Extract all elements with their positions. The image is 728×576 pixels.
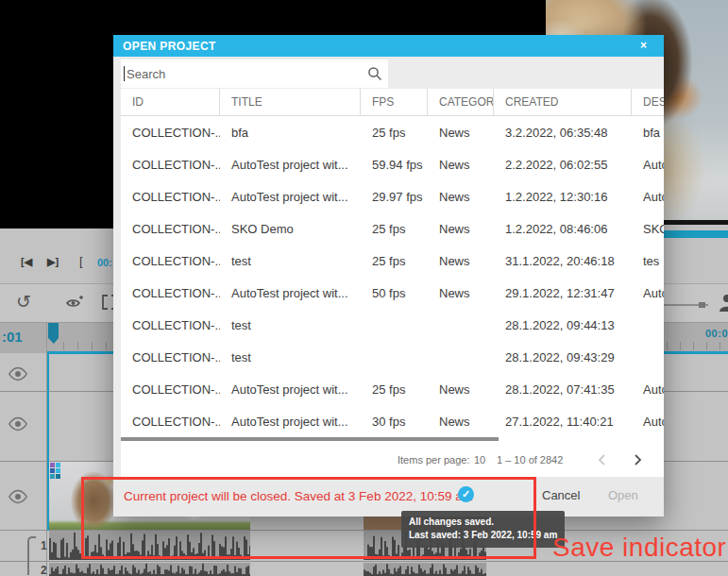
clip-marker (56, 468, 60, 473)
previous-page-chevron-icon[interactable] (596, 453, 609, 466)
ruler-tick (106, 342, 107, 350)
ruler-tick (667, 342, 668, 350)
audio2-waveform-clip[interactable] (49, 563, 250, 576)
cell-description: SKO (632, 212, 664, 245)
table-row[interactable]: COLLECTION-...AutoTest project wit...29.… (121, 180, 664, 212)
zoom-slider-handle[interactable] (699, 302, 705, 308)
table-body: COLLECTION-...bfa25 fpsNews3.2.2022, 06:… (121, 116, 664, 437)
cell-created: 31.1.2022, 20:46:18 (494, 245, 632, 277)
prev-frame-button[interactable]: [◀ (21, 256, 32, 268)
cell-category: News (428, 212, 494, 245)
cell-created: 27.1.2022, 11:40:21 (494, 405, 632, 437)
cell-id: COLLECTION-... (121, 148, 220, 180)
cell-description: AutoTest (632, 180, 664, 212)
tooltip-line2: Last saved: 3 Feb 2022, 10:59 am (409, 529, 557, 542)
cell-fps: 59.94 fps (361, 148, 428, 180)
cell-id: COLLECTION-... (121, 277, 220, 309)
table-row[interactable]: COLLECTION-...AutoTest project wit...30 … (121, 405, 664, 437)
saved-check-icon[interactable]: ✓ (458, 486, 474, 502)
ruler-time-label-left: :01 (2, 329, 23, 345)
cell-title: AutoTest project wit... (220, 405, 361, 437)
annotation-label: Save indicator (552, 533, 726, 563)
cell-description (632, 341, 664, 373)
cell-created: 2.2.2022, 06:02:55 (494, 148, 632, 180)
cell-title: test (220, 309, 361, 341)
cell-title: bfa (220, 116, 361, 148)
cell-id: COLLECTION-... (121, 405, 220, 437)
cell-created: 29.1.2022, 12:31:47 (494, 277, 632, 309)
column-header-title: TITLE (220, 89, 361, 115)
ruler-time-label-right: 00:0 (705, 328, 728, 339)
close-warning-text: Current project will be closed. Saved at… (124, 489, 473, 503)
cell-title: test (220, 245, 361, 277)
clip-marker (50, 474, 55, 479)
next-page-chevron-icon[interactable] (631, 453, 644, 466)
search-placeholder: Search (127, 67, 165, 81)
ruler-tick (92, 342, 93, 350)
app-window: [◀ ▶] [ 00: ↺ :01 00:0 1 2 (0, 0, 728, 576)
table-row[interactable]: COLLECTION-...AutoTest project wit...59.… (121, 148, 664, 180)
audio-track1-label: 1 (41, 539, 47, 552)
table-row[interactable]: COLLECTION-...AutoTest project wit...25 … (121, 373, 664, 405)
cell-title: SKO Demo (220, 212, 361, 245)
open-button[interactable]: Open (608, 488, 638, 502)
search-icon[interactable] (367, 66, 382, 81)
cell-id: COLLECTION-... (121, 309, 220, 341)
text-caret (124, 66, 125, 81)
cell-created: 3.2.2022, 06:35:48 (494, 116, 632, 148)
column-header-fps: FPS (361, 89, 428, 115)
cell-created: 1.2.2022, 08:46:06 (494, 212, 632, 245)
cell-category: News (428, 116, 494, 148)
pagination-bar: Items per page: 10 1 – 10 of 2842 (121, 443, 664, 477)
cell-category: News (428, 373, 494, 405)
cancel-button[interactable]: Cancel (542, 488, 580, 502)
table-row[interactable]: COLLECTION-...test28.1.2022, 09:43:29 (121, 341, 664, 373)
cell-description: AutoTest (632, 405, 664, 437)
timecode-label: 00: (97, 257, 112, 268)
next-frame-button[interactable]: ▶] (47, 256, 59, 268)
items-per-page-select[interactable]: 10 (474, 454, 485, 466)
cell-fps (361, 341, 428, 373)
cell-id: COLLECTION-... (121, 116, 220, 148)
cell-title: test (220, 341, 361, 373)
table-row[interactable]: COLLECTION-...AutoTest project wit...50 … (121, 277, 664, 309)
table-row[interactable]: COLLECTION-...test28.1.2022, 09:44:13 (121, 309, 664, 341)
search-input[interactable]: Search (121, 59, 388, 88)
horizontal-scrollbar[interactable] (121, 437, 499, 441)
cell-description: AutoTest (632, 277, 664, 309)
cell-category: News (428, 277, 494, 309)
ruler-tick (693, 342, 694, 350)
preview-add-icon[interactable] (65, 295, 84, 310)
cell-category (428, 309, 494, 341)
cell-created: 28.1.2022, 09:43:29 (494, 341, 632, 373)
table-row[interactable]: COLLECTION-...test25 fpsNews31.1.2022, 2… (121, 245, 664, 277)
track3-visibility-eye-icon[interactable] (8, 489, 28, 504)
cell-title: AutoTest project wit... (220, 373, 361, 405)
projects-table: IDTITLEFPSCATEGORYCREATEDDESCRIPTION COL… (121, 89, 664, 443)
cell-id: COLLECTION-... (121, 245, 220, 277)
cell-id: COLLECTION-... (121, 341, 220, 373)
cell-category (428, 341, 494, 373)
track1-visibility-eye-icon[interactable] (8, 366, 28, 381)
clip-marker (50, 463, 55, 467)
close-icon[interactable]: × (640, 39, 647, 52)
items-per-page-label: Items per page: (398, 454, 469, 466)
user-icon[interactable] (714, 293, 728, 313)
track2-visibility-eye-icon[interactable] (8, 416, 28, 432)
tooltip-line1: All changes saved. (409, 516, 557, 529)
cell-fps: 25 fps (361, 245, 428, 277)
playhead-marker[interactable] (48, 323, 59, 345)
cell-category: News (428, 180, 494, 212)
audio1-waveform-clip[interactable] (49, 531, 250, 560)
clip-marker (56, 474, 60, 479)
cell-created: 1.2.2022, 12:30:16 (494, 180, 632, 212)
table-row[interactable]: COLLECTION-...SKO Demo25 fpsNews1.2.2022… (121, 212, 664, 245)
ruler-tick (63, 342, 64, 350)
cell-category: News (428, 148, 494, 180)
undo-icon[interactable]: ↺ (16, 291, 31, 313)
mark-in-button[interactable]: [ (79, 254, 83, 268)
audio2-waveform-clip[interactable] (364, 563, 486, 576)
table-row[interactable]: COLLECTION-...bfa25 fpsNews3.2.2022, 06:… (121, 116, 664, 148)
ruler-tick (680, 342, 681, 350)
column-header-category: CATEGORY (428, 89, 494, 115)
